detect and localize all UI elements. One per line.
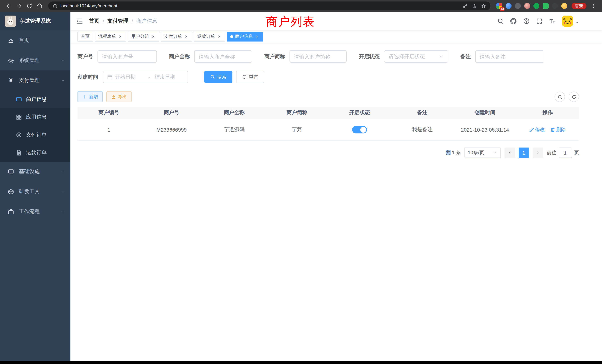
sidebar-item-workflow[interactable]: 工作流程 xyxy=(0,202,70,222)
extension-icon[interactable] xyxy=(506,3,512,9)
edit-button[interactable]: 修改 xyxy=(529,126,545,133)
tab-pay-order[interactable]: 支付订单 xyxy=(161,32,192,41)
cell-merchant-no: M233666999 xyxy=(140,127,203,132)
next-page-button[interactable] xyxy=(533,148,543,158)
search-button[interactable]: 搜索 xyxy=(204,71,232,83)
user-menu[interactable] xyxy=(562,16,579,27)
search-icon[interactable] xyxy=(497,18,504,24)
full-name-input[interactable] xyxy=(199,54,248,60)
sidebar-item-system-management[interactable]: 系统管理 xyxy=(0,50,70,70)
close-icon[interactable] xyxy=(184,34,189,39)
toggle-search-button[interactable] xyxy=(555,92,565,102)
box-icon xyxy=(8,189,14,195)
merchant-no-label: 商户号 xyxy=(77,53,97,60)
column-header: 商户编号 xyxy=(77,109,140,116)
sidebar-item-home[interactable]: 首页 xyxy=(0,30,70,50)
chevron-down-icon xyxy=(61,169,65,174)
goto-page-input[interactable] xyxy=(559,148,572,158)
add-button[interactable]: 新增 xyxy=(77,91,103,102)
refresh-icon xyxy=(571,94,576,99)
status-toggle[interactable] xyxy=(352,126,367,133)
sidebar-item-payment-management[interactable]: 支付管理 xyxy=(0,70,70,90)
site-info-icon[interactable] xyxy=(53,3,57,8)
password-key-icon[interactable] xyxy=(463,3,467,8)
sidebar-item-label: 基础设施 xyxy=(19,168,56,175)
browser-back-icon[interactable] xyxy=(4,1,13,11)
delete-button[interactable]: 删除 xyxy=(551,126,566,133)
sidebar-item-app-info[interactable]: 应用信息 xyxy=(0,108,70,126)
help-icon[interactable] xyxy=(523,18,530,24)
browser-update-button[interactable]: 更新 xyxy=(572,3,586,9)
refresh-icon xyxy=(242,75,247,79)
sidebar: 芋道管理系统 首页 系统管理 支付管理 商户信息 xyxy=(0,12,70,361)
goto-label: 前往 xyxy=(547,149,556,156)
short-name-input[interactable] xyxy=(294,54,342,60)
sidebar-item-dev-tools[interactable]: 研发工具 xyxy=(0,182,70,202)
breadcrumb-payment[interactable]: 支付管理 xyxy=(108,18,128,24)
close-icon[interactable] xyxy=(255,34,259,39)
page-number-button[interactable]: 1 xyxy=(519,148,529,158)
remark-input[interactable] xyxy=(480,54,540,60)
remark-label: 备注 xyxy=(460,53,475,60)
pagination-goto: 前往 页 xyxy=(547,148,579,158)
breadcrumb-home[interactable]: 首页 xyxy=(89,18,99,24)
sidebar-item-refund-order[interactable]: 退款订单 xyxy=(0,144,70,162)
hamburger-icon[interactable] xyxy=(70,12,89,30)
url-bar[interactable]: localhost:1024/pay/merchant xyxy=(48,1,490,10)
extension-icon[interactable] xyxy=(533,3,539,9)
tab-label: 商户信息 xyxy=(235,33,253,40)
extension-icon[interactable] xyxy=(515,3,521,9)
status-select[interactable]: 请选择开启状态 xyxy=(384,50,448,63)
merchant-no-input[interactable] xyxy=(102,54,152,60)
page-size-select[interactable]: 10条/页 xyxy=(464,148,501,158)
reset-button[interactable]: 重置 xyxy=(236,71,264,83)
sidebar-item-infrastructure[interactable]: 基础设施 xyxy=(0,162,70,182)
close-icon[interactable] xyxy=(118,34,123,39)
sidebar-item-pay-order[interactable]: 支付订单 xyxy=(0,126,70,144)
close-icon[interactable] xyxy=(217,34,222,39)
browser-menu-icon[interactable] xyxy=(589,1,598,11)
tab-merchant-info[interactable]: 商户信息 xyxy=(227,32,263,41)
fullscreen-icon[interactable] xyxy=(536,18,543,24)
tab-process-form[interactable]: 流程表单 xyxy=(95,32,126,41)
bookmark-star-icon[interactable] xyxy=(481,3,486,8)
tab-refund-order[interactable]: 退款订单 xyxy=(194,32,225,41)
close-icon[interactable] xyxy=(151,34,156,39)
extensions-area: 10 xyxy=(494,3,569,9)
date-range-separator: - xyxy=(146,74,152,80)
extension-icon[interactable]: 10 xyxy=(496,3,502,9)
browser-forward-icon[interactable] xyxy=(14,1,24,11)
pagination-total: 共 1 条 xyxy=(446,149,461,156)
column-header: 开启状态 xyxy=(328,109,391,116)
sidebar-item-merchant-info[interactable]: 商户信息 xyxy=(0,90,70,108)
sidebar-item-label: 研发工具 xyxy=(19,188,56,195)
browser-refresh-icon[interactable] xyxy=(24,1,34,11)
extension-icon[interactable] xyxy=(543,3,549,9)
extension-icon[interactable] xyxy=(552,3,558,9)
column-header: 商户号 xyxy=(140,109,203,116)
tab-home[interactable]: 首页 xyxy=(77,32,93,41)
extension-icon[interactable] xyxy=(561,3,567,9)
chevron-down-icon xyxy=(61,189,65,194)
browser-home-icon[interactable] xyxy=(35,1,44,11)
refresh-table-button[interactable] xyxy=(569,92,579,102)
tab-user-group[interactable]: 用户分组 xyxy=(128,32,159,41)
sidebar-item-label: 工作流程 xyxy=(19,208,56,215)
avatar xyxy=(562,16,573,27)
app-title: 芋道管理系统 xyxy=(20,18,51,24)
app-logo-bar[interactable]: 芋道管理系统 xyxy=(0,12,70,30)
extension-icon[interactable] xyxy=(524,3,530,9)
font-size-icon[interactable] xyxy=(549,18,556,24)
download-icon xyxy=(111,94,116,99)
github-icon[interactable] xyxy=(510,18,517,24)
date-range-picker[interactable]: 开始日期 - 结束日期 xyxy=(103,71,188,83)
sidebar-item-label: 退款订单 xyxy=(26,149,70,156)
prev-page-button[interactable] xyxy=(505,148,515,158)
export-button[interactable]: 导出 xyxy=(106,91,132,102)
share-icon[interactable] xyxy=(472,3,477,8)
short-name-label: 商户简称 xyxy=(264,53,290,60)
active-dot xyxy=(230,35,233,38)
export-button-label: 导出 xyxy=(118,94,127,100)
total-suffix: 条 xyxy=(456,150,461,155)
target-icon xyxy=(16,132,22,138)
